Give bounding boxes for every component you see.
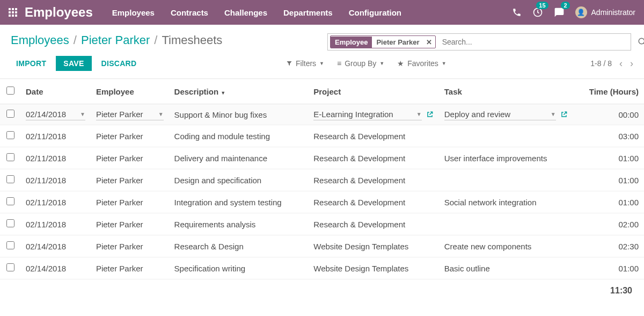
nav-employees[interactable]: Employees xyxy=(112,8,155,17)
time-cell[interactable]: 00:00 xyxy=(573,104,644,125)
total-time: 11:30 xyxy=(0,279,644,302)
date-cell: 02/14/2018 xyxy=(20,235,91,257)
chip-remove-icon[interactable]: ✕ xyxy=(423,38,435,46)
user-menu[interactable]: 👤 Administrator xyxy=(575,6,635,18)
nav-contracts[interactable]: Contracts xyxy=(171,8,208,17)
activities-icon[interactable]: 15 xyxy=(532,7,543,18)
table-row[interactable]: 02/11/2018Pieter ParkerDesign and specif… xyxy=(0,169,644,191)
time-cell: 02:30 xyxy=(573,235,644,257)
pager-range[interactable]: 1-8 / 8 xyxy=(590,59,612,68)
caret-down-icon[interactable]: ▼ xyxy=(80,111,85,117)
col-task[interactable]: Task xyxy=(439,79,573,104)
date-cell: 02/11/2018 xyxy=(20,191,91,213)
nav-departments[interactable]: Departments xyxy=(283,8,333,17)
search-icon[interactable] xyxy=(638,37,644,47)
filters-button[interactable]: Filters ▼ xyxy=(286,59,324,68)
col-description[interactable]: Description ▼ xyxy=(169,79,309,104)
time-cell: 02:00 xyxy=(573,213,644,235)
save-button[interactable]: SAVE xyxy=(56,56,91,71)
breadcrumb: Employees / Pieter Parker / Timesheets xyxy=(11,33,317,47)
description-input[interactable]: Support & Minor bug fixes xyxy=(174,109,303,120)
description-cell: Delivery and maintenance xyxy=(169,147,309,169)
date-cell: 02/11/2018 xyxy=(20,125,91,147)
discard-button[interactable]: DISCARD xyxy=(96,56,142,71)
table-row[interactable]: 02/14/2018Pieter ParkerSpecification wri… xyxy=(0,257,644,279)
employee-cell: Pieter Parker xyxy=(91,235,169,257)
row-checkbox[interactable] xyxy=(6,153,14,161)
external-link-icon[interactable] xyxy=(426,111,434,118)
top-nav: Employees Contracts Challenges Departmen… xyxy=(112,8,401,17)
import-button[interactable]: IMPORT xyxy=(11,56,52,71)
timesheet-table: Date Employee Description ▼ Project Task… xyxy=(0,78,644,279)
time-cell: 01:00 xyxy=(573,147,644,169)
caret-down-icon[interactable]: ▼ xyxy=(158,111,164,117)
employee-cell: Pieter Parker xyxy=(91,257,169,279)
employee-cell: Pieter Parker xyxy=(91,147,169,169)
chip-value: Pieter Parker xyxy=(372,37,422,48)
avatar: 👤 xyxy=(575,6,587,18)
search-input[interactable] xyxy=(438,35,631,48)
pager-next-icon[interactable]: › xyxy=(630,58,633,69)
row-checkbox[interactable] xyxy=(6,131,14,139)
row-checkbox[interactable] xyxy=(6,197,14,205)
row-checkbox[interactable] xyxy=(6,219,14,227)
external-link-icon[interactable] xyxy=(560,111,568,118)
project-select[interactable]: E-Learning Integration ▼ xyxy=(313,109,421,120)
project-cell: Website Design Templates xyxy=(308,235,438,257)
description-cell: Requirements analysis xyxy=(169,213,309,235)
employee-select[interactable]: Pieter Parker ▼ xyxy=(96,109,164,120)
task-cell xyxy=(439,169,573,191)
date-cell: 02/14/2018 xyxy=(20,257,91,279)
table-row[interactable]: 02/14/2018Pieter ParkerResearch & Design… xyxy=(0,235,644,257)
task-cell: Create new components xyxy=(439,235,573,257)
pager-prev-icon[interactable]: ‹ xyxy=(619,58,623,69)
col-project[interactable]: Project xyxy=(308,79,438,104)
svg-point-1 xyxy=(639,38,644,44)
date-input[interactable]: 02/14/2018 ▼ xyxy=(26,109,85,120)
col-employee[interactable]: Employee xyxy=(91,79,169,104)
sort-desc-icon: ▼ xyxy=(221,90,225,96)
table-row-editing[interactable]: 02/14/2018 ▼ Pieter Parker ▼ Support & M… xyxy=(0,104,644,125)
row-checkbox[interactable] xyxy=(6,263,14,271)
caret-down-icon[interactable]: ▼ xyxy=(551,111,556,117)
project-cell: Research & Development xyxy=(308,125,438,147)
row-checkbox[interactable] xyxy=(6,110,14,118)
col-date[interactable]: Date xyxy=(20,79,91,104)
table-row[interactable]: 02/11/2018Pieter ParkerDelivery and main… xyxy=(0,147,644,169)
project-cell: Research & Development xyxy=(308,169,438,191)
caret-down-icon[interactable]: ▼ xyxy=(416,111,422,117)
app-title: Employees xyxy=(25,5,93,20)
search-box[interactable]: Employee Pieter Parker ✕ xyxy=(327,33,631,51)
breadcrumb-root[interactable]: Employees xyxy=(11,33,69,47)
favorites-button[interactable]: ★ Favorites ▼ xyxy=(397,59,447,68)
breadcrumb-current: Timesheets xyxy=(162,33,222,47)
row-checkbox[interactable] xyxy=(6,175,14,183)
groupby-button[interactable]: ≡ Group By ▼ xyxy=(337,59,384,68)
caret-down-icon: ▼ xyxy=(442,61,447,66)
task-select[interactable]: Deploy and review ▼ xyxy=(444,109,556,120)
table-row[interactable]: 02/11/2018Pieter ParkerRequirements anal… xyxy=(0,213,644,235)
nav-configuration[interactable]: Configuration xyxy=(349,8,401,17)
messages-icon[interactable]: 2 xyxy=(554,7,565,18)
table-row[interactable]: 02/11/2018Pieter ParkerIntegration and s… xyxy=(0,191,644,213)
row-checkbox[interactable] xyxy=(6,241,14,249)
task-cell: User interface improvements xyxy=(439,147,573,169)
employee-cell: Pieter Parker xyxy=(91,169,169,191)
table-row[interactable]: 02/11/2018Pieter ParkerCoding and module… xyxy=(0,125,644,147)
nav-challenges[interactable]: Challenges xyxy=(224,8,267,17)
select-all-checkbox[interactable] xyxy=(6,87,14,95)
description-cell: Specification writing xyxy=(169,257,309,279)
activities-badge: 15 xyxy=(536,2,548,9)
chip-facet-label: Employee xyxy=(331,37,372,48)
phone-icon[interactable] xyxy=(512,8,522,17)
date-cell: 02/11/2018 xyxy=(20,213,91,235)
project-cell: Website Design Templates xyxy=(308,257,438,279)
breadcrumb-mid[interactable]: Pieter Parker xyxy=(81,33,150,47)
description-cell: Research & Design xyxy=(169,235,309,257)
top-navbar: Employees Employees Contracts Challenges… xyxy=(0,0,644,25)
messages-badge: 2 xyxy=(561,2,569,9)
col-time[interactable]: Time (Hours) xyxy=(573,79,644,104)
task-cell: Social network integration xyxy=(439,191,573,213)
apps-icon[interactable] xyxy=(9,8,17,17)
date-cell: 02/11/2018 xyxy=(20,147,91,169)
